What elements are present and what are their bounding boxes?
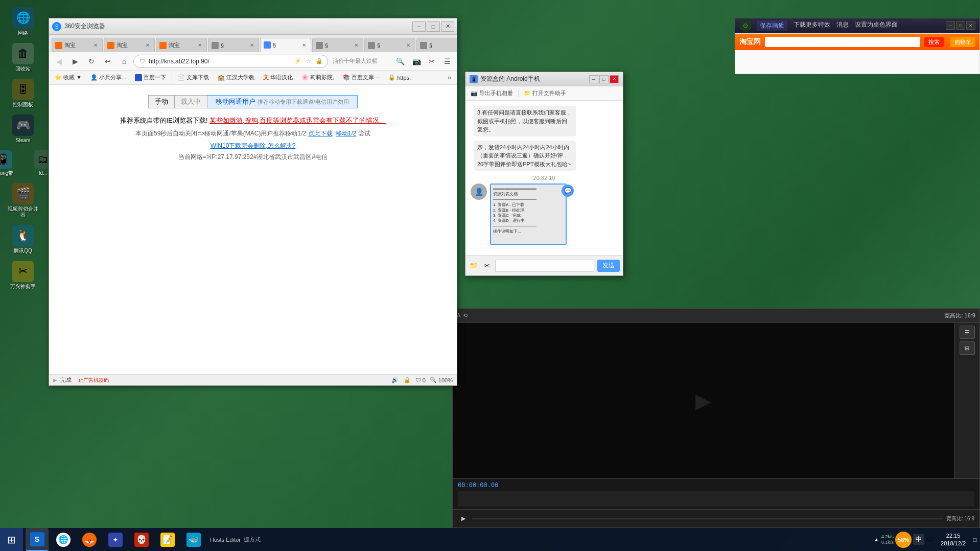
desktop-icon-panel[interactable]: 🎛 控制面板 (4, 77, 42, 110)
taobao-search[interactable] (765, 37, 920, 47)
undo-btn[interactable]: ↩ (101, 54, 115, 68)
chat-messages[interactable]: 3.有任何问题请直接联系我们家客服，截图或手机拍照，以便客服到断后回复您。 亲，… (465, 101, 623, 255)
nav-more-btn[interactable]: ☰ (440, 54, 454, 68)
status-speaker-icon[interactable]: 🔊 (391, 376, 399, 384)
chat-folder-btn[interactable]: 📁 (469, 261, 479, 271)
browser-minimize-btn[interactable]: ─ (412, 21, 426, 32)
export-photos-btn[interactable]: 📷 导出手机相册 (469, 88, 515, 98)
desktop-icon-fyoung[interactable]: 📱 fYoung带 (0, 148, 22, 178)
notification-btn[interactable]: □ (970, 528, 980, 551)
security-icon[interactable]: 🛡 (926, 536, 934, 544)
taskbar-game[interactable]: 💀 (130, 528, 153, 551)
save-quality-btn[interactable]: 保存画质 (757, 20, 787, 31)
move1-link[interactable]: 移动1/2 (336, 130, 357, 137)
tab-1[interactable]: 淘宝 ✕ (52, 38, 103, 52)
taskbar-sogou[interactable]: S (26, 528, 49, 551)
address-bar[interactable]: 🛡 http://kns.ab22.top:90/ ⚡ ☆ 🔒 (133, 55, 328, 68)
chat-send-btn[interactable]: 发送 (597, 260, 620, 272)
home-btn[interactable]: ⌂ (117, 54, 131, 68)
chat-image-preview[interactable]: ═══════════════ 资源列表文档 ─────────────── 1… (490, 183, 567, 245)
status-complete-text: 完成 (60, 377, 72, 383)
address-star-icon[interactable]: ☆ (305, 57, 313, 65)
desktop-icon-steam[interactable]: 🎮 Steam (4, 112, 42, 146)
taobao-search-btn[interactable]: 搜索 (924, 37, 944, 47)
video-tool-1[interactable]: A (457, 312, 460, 319)
chat-restore-btn[interactable]: □ (599, 75, 609, 83)
taskbar-docker[interactable]: 🐳 (182, 528, 205, 551)
bookmark-jianghan[interactable]: 🏫 江汉大学教 (215, 73, 258, 82)
tab-1-close[interactable]: ✕ (92, 42, 99, 49)
mobile-tab[interactable]: 移动网通用户 推荐移动专用下载通道/电信用户勿用 (207, 95, 358, 108)
dl-settings-btn[interactable]: 设置为桌色界面 (855, 20, 898, 31)
bookmark-huayu[interactable]: 文 华语汉化 (260, 73, 296, 82)
click-download-link[interactable]: 点此下载 (308, 130, 333, 137)
browser-close-btn[interactable]: ✕ (441, 21, 454, 32)
ime-indicator[interactable]: 中 (913, 534, 924, 545)
video-panel-btn-1[interactable]: ☰ (960, 326, 975, 339)
notice-link[interactable]: 某些如微游,搜狗,百度等浏览器或迅雷会有下载不了的情况。 (209, 117, 386, 124)
dl-messages-btn[interactable]: 消息 (836, 20, 849, 31)
tab-6-close[interactable]: ✕ (353, 42, 360, 49)
win10-link[interactable]: WIN10下载完会删除,怎么解决? (211, 142, 296, 149)
taskbar-clock[interactable]: 22:15 2018/12/2 (937, 532, 970, 547)
dl-close-btn[interactable]: ✕ (966, 21, 975, 30)
systray-expand-btn[interactable]: ▲ (873, 537, 880, 542)
tab-7-close[interactable]: ✕ (405, 42, 412, 49)
taskbar-chrome[interactable]: 🌐 (52, 528, 75, 551)
manual-tab[interactable]: 手动 (148, 95, 175, 108)
find-btn[interactable]: 🔍 (393, 54, 407, 68)
desktop-icon-network[interactable]: 🌐 网络 (4, 5, 42, 38)
tab-6[interactable]: § ✕ (312, 38, 363, 52)
tab-4-close[interactable]: ✕ (248, 42, 255, 49)
chat-close-btn[interactable]: ✕ (610, 75, 619, 83)
nav-tools-btn[interactable]: ✂ (425, 54, 439, 68)
desktop-icon-video[interactable]: 🎬 视频剪切合并器 (4, 181, 42, 220)
status-lock-icon[interactable]: 🔒 (403, 376, 411, 384)
tab-2[interactable]: 淘宝 ✕ (104, 38, 155, 52)
tab-3-close[interactable]: ✕ (196, 42, 203, 49)
bookmarks-more-btn[interactable]: » (445, 73, 454, 82)
embed-tab[interactable]: 载入中 (175, 95, 207, 108)
back-btn[interactable]: ◀ (52, 54, 66, 68)
nav-screenshot-btn[interactable]: 📷 (409, 54, 424, 68)
open-files-btn[interactable]: 📁 打开文件助手 (522, 88, 568, 98)
bookmark-xiaobing[interactable]: 👤 小兵分享... (87, 73, 129, 82)
tab-4[interactable]: § ✕ (208, 38, 259, 52)
taskbar-dx[interactable]: ✦ (104, 528, 127, 551)
dl-more-effects-btn[interactable]: 下载更多特效 (794, 20, 830, 31)
bookmark-wenku[interactable]: 📄 文库下载 (175, 73, 212, 82)
bookmark-lili[interactable]: 🌸 莉莉影院, (298, 73, 337, 82)
video-tool-2[interactable]: ⟲ (463, 312, 468, 319)
chat-min-btn[interactable]: ─ (589, 75, 598, 83)
tab-5[interactable]: § ✕ (260, 38, 311, 52)
address-text[interactable]: http://kns.ab22.top:90/ (149, 58, 291, 65)
bookmark-baiduwenku[interactable]: 📚 百度文库— (340, 73, 383, 82)
battery-icon[interactable]: 58% (895, 532, 912, 548)
play-btn[interactable]: ▶ (458, 513, 469, 524)
tab-5-close[interactable]: ✕ (300, 41, 308, 49)
taobao-cart-btn[interactable]: 购物车 (950, 37, 975, 47)
tab-8[interactable]: § (416, 38, 457, 52)
chat-input-field[interactable] (495, 260, 594, 272)
desktop-icon-recycle[interactable]: 🗑 回收站 (4, 41, 42, 74)
timeline-bar[interactable] (458, 491, 974, 507)
forward-btn[interactable]: ▶ (68, 54, 82, 68)
start-button[interactable]: ⊞ (0, 528, 23, 551)
tab-3[interactable]: 淘宝 ✕ (156, 38, 207, 52)
playback-bar[interactable] (472, 518, 943, 519)
video-panel-btn-2[interactable]: ⊞ (960, 341, 975, 355)
dl-max-btn[interactable]: □ (956, 21, 965, 30)
bookmark-favorites[interactable]: ⭐ 收藏 ▼ (52, 73, 85, 82)
browser-maximize-btn[interactable]: □ (427, 21, 440, 32)
dl-min-btn[interactable]: ─ (946, 21, 955, 30)
bookmark-baidu[interactable]: 百度一下 (132, 73, 169, 82)
refresh-btn[interactable]: ↻ (84, 54, 99, 68)
bookmark-https[interactable]: 🔒 https: (385, 73, 414, 82)
desktop-icon-wanxing[interactable]: ✂ 万兴神剪手 (4, 259, 42, 292)
tab-7[interactable]: § ✕ (364, 38, 415, 52)
taskbar-firefox[interactable]: 🦊 (78, 528, 101, 551)
tab-2-close[interactable]: ✕ (144, 42, 151, 49)
chat-emoji-btn[interactable]: ✂ (482, 261, 492, 271)
desktop-icon-qq[interactable]: 🐧 腾讯QQ (4, 223, 42, 256)
taskbar-notepad[interactable]: 📝 (156, 528, 179, 551)
